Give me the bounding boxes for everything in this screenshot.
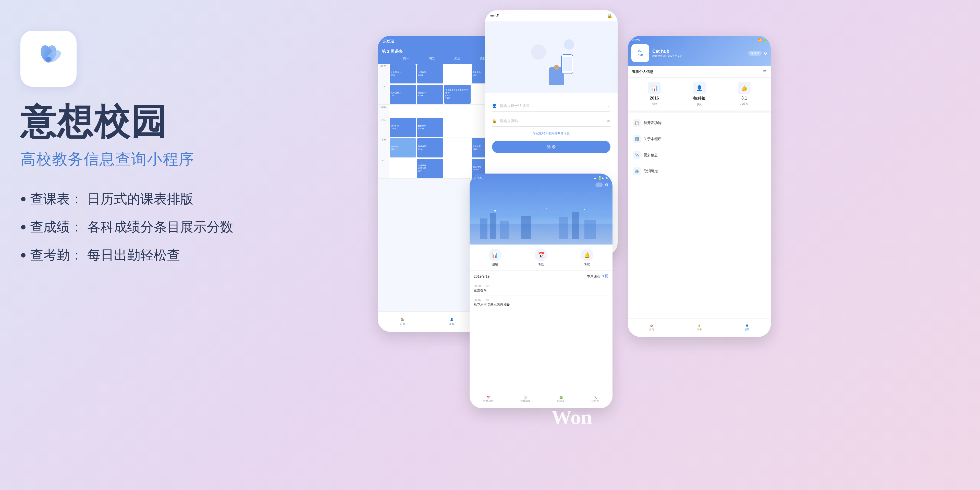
menu-item-more[interactable]: 📎 更多信息 › — [628, 147, 771, 163]
nav-schedule-func[interactable]: 📅 导航功能 — [483, 396, 493, 403]
menu-item-about[interactable]: ℹ️ 关于本程序 › — [628, 131, 771, 147]
cell-wed-1530 — [444, 138, 471, 158]
nav-dev-label: 综评友 — [592, 399, 599, 403]
home-icon: 🏠 — [401, 318, 404, 321]
time-0900: 09:00 — [378, 64, 389, 84]
profile-status-bar: 21:26 📶 🔋 — [632, 38, 767, 42]
chevron-right-icon-3: › — [764, 153, 765, 157]
profile-tag[interactable]: 专题功 — [748, 51, 762, 56]
nav-dev-func[interactable]: 🔧 综评友 — [592, 396, 599, 403]
nav-calendar-icon: 📅 — [487, 396, 490, 399]
profile-stats: 📊 2016 班级 👤 每科都 获奖 👍 3.1 总绩点 — [628, 78, 771, 113]
feature-label-attendance: 查考勤： — [30, 246, 83, 264]
profile-bottom-nav: 🏠 主页 ✋ 手手 👤 成绩 — [628, 318, 771, 337]
password-field[interactable]: 🔒 请输入密码 👁 — [492, 116, 611, 127]
course-block: 离散数学E304 — [417, 85, 443, 104]
home-icons-row: 📊 成绩 📅 考勤 🔔 考试 — [469, 245, 612, 270]
unbind-icon: ⚙️ — [633, 167, 641, 175]
forgot-password[interactable]: 忘记密码？去完善账号信息 — [492, 130, 611, 135]
stat-gpa-num: 3.1 — [741, 96, 747, 100]
eye-icon: 👁 — [607, 119, 611, 123]
profile-home-label: 主页 — [649, 328, 654, 331]
home-more[interactable]: ··· — [595, 183, 603, 187]
app-subtitle: 高校教务信息查询小程序 — [21, 149, 250, 170]
profile-app-title-block: Cat hub 欢迎使用Mymuse客年 1.0 — [652, 49, 681, 58]
profile-section-icon: ☰ — [763, 69, 767, 74]
nav-eval-func[interactable]: ✅ 综评友 — [557, 396, 565, 403]
login-form: 👤 请输入账号/人脸登 ✓ 🔒 请输入密码 👁 忘记密码？去完善账号信息 登 录 — [485, 93, 617, 161]
cell-tue-1230 — [417, 105, 444, 117]
profile-section-header: 查看个人信息 ☰ — [628, 66, 771, 78]
feature-desc-attendance: 每日出勤轻松查 — [87, 246, 180, 264]
nav-grade-func-icon: 🕐 — [524, 396, 527, 399]
menu-more-label: 更多信息 — [644, 153, 658, 158]
course-item-2: 08:45 - 12:00 马克思主义基本哲理概论 — [474, 296, 608, 310]
nav-home[interactable]: 🏠 总览 — [400, 318, 405, 326]
chevron-right-icon-1: › — [764, 121, 765, 125]
profile-app-title: Cat hub — [652, 49, 681, 54]
home-status: 20:55 ☁ 🔋43% — [469, 173, 612, 183]
cell-mon-1230 — [389, 105, 417, 117]
nav-grade-func[interactable]: 🕐 学时成绩 — [520, 396, 530, 403]
about-icon: ℹ️ — [633, 135, 641, 143]
app-title: 意想校园 — [21, 102, 250, 142]
nav-eval-icon: ✅ — [559, 396, 563, 399]
week-label: 本周课程 — [587, 274, 600, 279]
svg-rect-5 — [554, 65, 559, 70]
exam-label: 考试 — [584, 262, 590, 267]
exam-icon-item[interactable]: 🔔 考试 — [581, 248, 593, 267]
today-date: 2019/9/19 — [474, 274, 490, 278]
nav-person[interactable]: 👤 课表 — [449, 318, 455, 326]
profile-status-icons: 📶 🔋 — [757, 38, 767, 42]
svg-point-9 — [564, 39, 574, 49]
svg-rect-16 — [572, 212, 579, 239]
nav-eval-label: 综评友 — [557, 399, 565, 403]
svg-rect-17 — [584, 220, 596, 239]
svg-rect-13 — [500, 221, 509, 239]
cell-tue-0900: 大学数学 IG001 — [417, 64, 444, 84]
course-block: 软件开发C402 — [390, 118, 416, 137]
home-settings-icon[interactable]: ⚙ — [605, 183, 608, 187]
login-svg — [523, 29, 579, 85]
menu-item-unbind[interactable]: ⚙️ 取消绑定 › — [628, 163, 771, 180]
profile-hand-label: 手手 — [697, 328, 702, 331]
profile-section-title: 查看个人信息 — [632, 70, 653, 74]
cell-mon-1700 — [389, 158, 417, 178]
svg-rect-14 — [520, 216, 531, 239]
attendance-circle-icon: 📅 — [535, 248, 547, 261]
stat-grade-icon: 📊 — [648, 82, 661, 94]
profile-nav-hand[interactable]: ✋ 手手 — [697, 325, 702, 331]
menu-unbind-label: 取消绑定 — [644, 169, 658, 173]
cell-mon-1040: 高等思政 AL132 — [389, 84, 417, 104]
stat-grade: 📊 2016 班级 — [648, 82, 661, 107]
user-icon: 👤 — [492, 103, 497, 108]
profile-nav-home[interactable]: 🏠 主页 — [649, 325, 654, 331]
profile-app-sub: 欢迎使用Mymuse客年 1.0 — [652, 54, 681, 58]
cell-wed-1700 — [444, 158, 471, 178]
cat-hub-label: Cathub — [638, 50, 643, 56]
cell-wed-0900 — [444, 64, 471, 84]
app-icon — [21, 30, 76, 87]
username-field[interactable]: 👤 请输入账号/人脸登 ✓ — [492, 100, 611, 111]
login-button[interactable]: 登 录 — [492, 141, 611, 153]
attendance-icon-item[interactable]: 📅 考勤 — [535, 248, 547, 267]
svg-point-8 — [531, 45, 546, 60]
time-1530: 15:30 — [378, 138, 389, 158]
profile-hand-icon: ✋ — [698, 325, 701, 327]
grade-icon-item[interactable]: 📊 成绩 — [489, 248, 501, 267]
profile-nav-person-active[interactable]: 👤 成绩 — [745, 325, 749, 331]
attendance-label: 考勤 — [538, 262, 544, 267]
cell-wed-1400 — [444, 118, 471, 138]
course-block: 企业软件运维管理L206 — [417, 159, 443, 178]
week-num: 3 周 — [602, 274, 608, 279]
feature-label-grades: 查成绩： — [30, 218, 83, 236]
cell-tue-1400: 数据结构S2534 — [417, 118, 444, 138]
profile-signal-icon: 📶 — [757, 38, 762, 42]
profile-menu-list: 📋 待开发功能 › ℹ️ 关于本程序 › 📎 更多信息 › ⚙️ 取消绑定 › — [628, 115, 771, 180]
profile-settings-icon[interactable]: ⚙ — [764, 51, 767, 56]
svg-point-20 — [584, 209, 585, 210]
feature-item-attendance: 查考勤： 每日出勤轻松查 — [21, 246, 250, 264]
profile-header-actions: 专题功 ⚙ — [748, 51, 767, 56]
profile-home-icon: 🏠 — [650, 325, 653, 327]
menu-item-dev[interactable]: 📋 待开发功能 › — [628, 115, 771, 131]
